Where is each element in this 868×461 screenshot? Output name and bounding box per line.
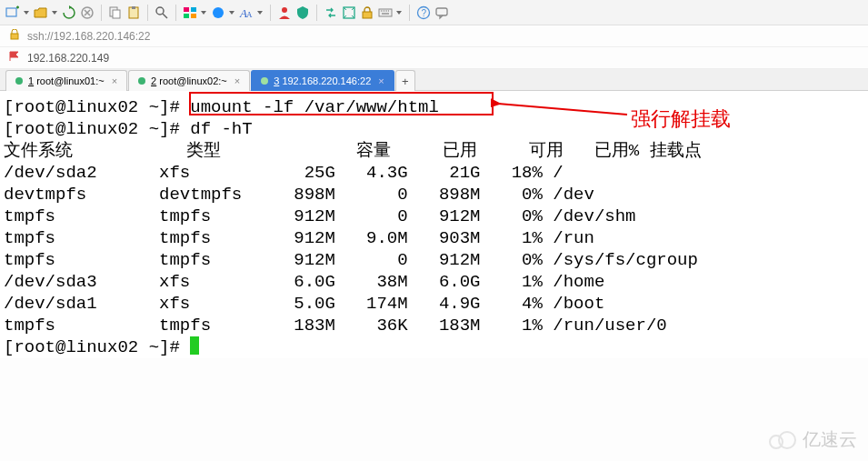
svg-point-6 [156,7,164,15]
close-icon[interactable]: × [378,75,384,86]
toolbar-separator [409,5,410,21]
terminal-cursor [190,336,199,355]
new-session-dropdown[interactable] [24,5,30,20]
search-icon[interactable] [155,5,169,20]
svg-rect-16 [363,12,372,18]
main-toolbar: AA ? [0,0,868,25]
transfer-icon[interactable] [324,5,338,20]
open-dropdown[interactable] [52,5,58,20]
svg-rect-5 [132,6,135,9]
terminal-pane[interactable]: [root@linux02 ~]# umount -lf /var/www/ht… [0,91,868,358]
svg-rect-21 [11,34,18,39]
toolbar-separator [175,5,176,21]
color-scheme-icon[interactable] [211,5,225,20]
lock-icon[interactable] [360,5,374,20]
copy-icon[interactable] [108,5,123,20]
close-icon[interactable]: × [234,75,240,86]
status-dot-icon [261,77,268,85]
bookmark-ip-text[interactable]: 192.168.220.149 [27,52,109,65]
svg-point-14 [282,7,287,13]
tab-session-3[interactable]: 3 192.168.220.146:22 × [251,70,394,91]
chat-icon[interactable] [434,5,449,20]
toolbar-separator [147,5,148,21]
ssh-url-text: ssh://192.168.220.146:22 [27,30,150,43]
svg-point-11 [213,7,224,18]
font-dropdown[interactable] [257,5,264,20]
svg-rect-3 [113,10,120,18]
fullscreen-icon[interactable] [342,5,356,20]
layout-icon[interactable] [183,5,197,20]
open-icon[interactable] [34,5,48,20]
reconnect-icon[interactable] [62,5,76,20]
new-session-icon[interactable] [5,5,20,20]
session-tabs: 1 root@linux01:~ × 2 root@linux02:~ × 3 … [0,69,868,91]
svg-rect-0 [6,8,16,16]
font-icon[interactable]: AA [239,5,254,20]
svg-rect-17 [379,9,392,16]
address-bar: ssh://192.168.220.146:22 [0,25,868,47]
tab-session-1[interactable]: 1 root@linux01:~ × [5,70,127,91]
tab-session-2[interactable]: 2 root@linux02:~ × [128,70,250,91]
svg-rect-9 [184,14,189,18]
shield-icon[interactable] [295,5,310,20]
svg-rect-10 [191,14,196,18]
close-icon[interactable]: × [112,75,117,86]
svg-text:A: A [246,10,253,19]
toolbar-separator [101,5,102,21]
svg-rect-8 [191,7,196,12]
status-dot-icon [138,77,145,85]
bookmark-bar: 192.168.220.149 [0,47,868,69]
layout-dropdown[interactable] [201,5,207,20]
paste-icon[interactable] [126,5,141,20]
keyboard-dropdown[interactable] [396,5,403,20]
toolbar-separator [270,5,271,21]
add-tab-button[interactable]: + [395,70,415,91]
disconnect-icon[interactable] [80,5,95,20]
lock-small-icon [9,29,20,43]
keyboard-icon[interactable] [378,5,393,20]
help-icon[interactable]: ? [416,5,431,20]
svg-rect-20 [436,8,447,15]
status-dot-icon [15,77,23,85]
svg-rect-7 [184,7,189,12]
bookmark-flag-icon [9,51,20,65]
toolbar-separator [316,5,317,21]
annotation-text: 强行解挂载 [631,105,731,133]
user-icon[interactable] [277,5,292,20]
svg-text:?: ? [422,8,427,18]
color-scheme-dropdown[interactable] [229,5,235,20]
watermark: 亿速云 [768,427,857,452]
